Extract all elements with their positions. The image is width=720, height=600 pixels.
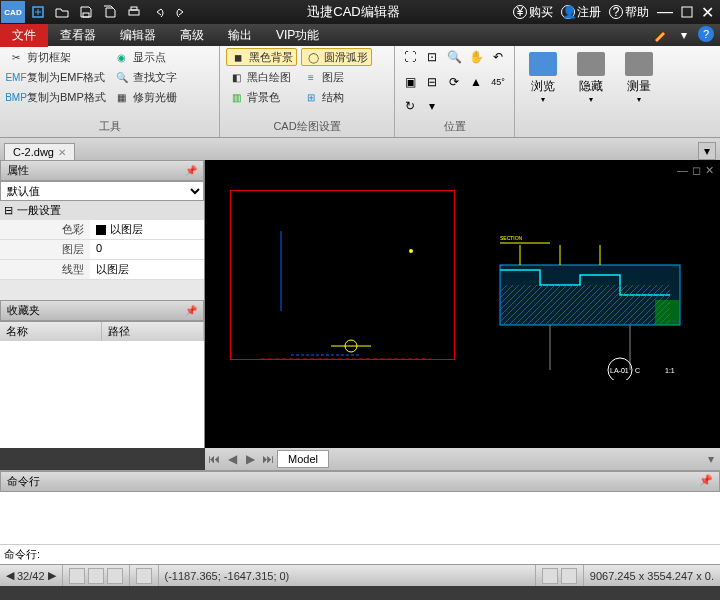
saveall-icon[interactable] bbox=[99, 1, 121, 23]
arc-icon: ◯ bbox=[305, 49, 321, 65]
fav-col-path[interactable]: 路径 bbox=[102, 322, 204, 341]
grid-icon[interactable] bbox=[88, 568, 104, 584]
zoom-fit-icon[interactable]: ▣ bbox=[401, 73, 419, 91]
fav-columns: 名称 路径 bbox=[0, 321, 204, 341]
drawing-canvas[interactable]: — ◻ ✕ SECTION bbox=[205, 160, 720, 448]
hide-button[interactable]: 隐藏▾ bbox=[569, 52, 613, 104]
svg-point-8 bbox=[409, 249, 413, 253]
cursor-coords: (-1187.365; -1647.315; 0) bbox=[165, 570, 290, 582]
tab-first-icon[interactable]: ⏮ bbox=[205, 452, 223, 466]
find-text-button[interactable]: 🔍查找文字 bbox=[112, 68, 179, 86]
redo-icon[interactable] bbox=[171, 1, 193, 23]
black-bg-button[interactable]: ◼黑色背景 bbox=[226, 48, 297, 66]
smooth-arc-button[interactable]: ◯圆滑弧形 bbox=[301, 48, 372, 66]
measure-button[interactable]: 测量▾ bbox=[617, 52, 661, 104]
tab-vip[interactable]: VIP功能 bbox=[264, 24, 331, 47]
canvas-close-icon[interactable]: ✕ bbox=[705, 164, 714, 177]
tab-output[interactable]: 输出 bbox=[216, 24, 264, 47]
fav-col-name[interactable]: 名称 bbox=[0, 322, 102, 341]
save-icon[interactable] bbox=[75, 1, 97, 23]
ortho-icon[interactable] bbox=[107, 568, 123, 584]
svg-rect-18 bbox=[655, 300, 680, 325]
structure-button[interactable]: ⊞结构 bbox=[301, 88, 372, 106]
prop-val-layer[interactable]: 0 bbox=[90, 240, 204, 259]
copy-bmp-button[interactable]: BMP复制为BMP格式 bbox=[6, 88, 108, 106]
prop-val-color[interactable]: 以图层 bbox=[90, 220, 204, 239]
show-point-button[interactable]: ◉显示点 bbox=[112, 48, 179, 66]
tab-next-icon[interactable]: ▶ bbox=[241, 452, 259, 466]
dropdown-icon[interactable]: ▾ bbox=[423, 97, 441, 115]
register-button[interactable]: 👤注册 bbox=[561, 4, 601, 21]
page-nav-prev[interactable]: ◀ bbox=[6, 569, 14, 582]
svg-rect-5 bbox=[131, 7, 137, 10]
print-icon[interactable] bbox=[123, 1, 145, 23]
emf-icon: EMF bbox=[8, 69, 24, 85]
search-icon: 🔍 bbox=[114, 69, 130, 85]
help-button[interactable]: ?帮助 bbox=[609, 4, 649, 21]
layer-button[interactable]: ≡图层 bbox=[301, 68, 372, 86]
copy-emf-button[interactable]: EMF复制为EMF格式 bbox=[6, 68, 108, 86]
bw-draw-button[interactable]: ◧黑白绘图 bbox=[226, 68, 297, 86]
prop-key-layer: 图层 bbox=[0, 240, 90, 259]
file-tab[interactable]: C-2.dwg✕ bbox=[4, 143, 75, 160]
status-icon-2[interactable] bbox=[561, 568, 577, 584]
view-top-icon[interactable]: ▲ bbox=[467, 73, 485, 91]
minimize-button[interactable]: — bbox=[657, 3, 673, 21]
close-tab-icon[interactable]: ✕ bbox=[58, 147, 66, 158]
canvas-max-icon[interactable]: ◻ bbox=[692, 164, 701, 177]
tab-viewer[interactable]: 查看器 bbox=[48, 24, 108, 47]
measure-icon bbox=[625, 52, 653, 76]
zoom-out-icon[interactable]: ⊟ bbox=[423, 73, 441, 91]
tab-file[interactable]: 文件 bbox=[0, 24, 48, 47]
status-icon-1[interactable] bbox=[542, 568, 558, 584]
crop-frame-button[interactable]: ✂剪切框架 bbox=[6, 48, 108, 66]
page-nav-next[interactable]: ▶ bbox=[48, 569, 56, 582]
angle-icon[interactable]: 45° bbox=[489, 73, 507, 91]
tabs-dropdown[interactable]: ▾ bbox=[698, 142, 716, 160]
hide-icon bbox=[577, 52, 605, 76]
pin-icon[interactable]: 📌 bbox=[699, 474, 713, 489]
pin-icon[interactable]: 📌 bbox=[185, 165, 197, 176]
zoom-in-icon[interactable]: 🔍 bbox=[445, 48, 463, 66]
fav-panel-header: 收藏夹📌 bbox=[0, 300, 204, 321]
trim-raster-button[interactable]: ▦修剪光栅 bbox=[112, 88, 179, 106]
fav-list bbox=[0, 341, 204, 448]
browse-button[interactable]: 浏览▾ bbox=[521, 52, 565, 104]
layer-icon: ≡ bbox=[303, 69, 319, 85]
props-combo[interactable]: 默认值 bbox=[0, 181, 204, 201]
close-button[interactable]: ✕ bbox=[701, 3, 714, 22]
cmd-input[interactable] bbox=[43, 549, 716, 561]
extents-coords: 9067.245 x 3554.247 x 0. bbox=[590, 570, 714, 582]
zoom-prev-icon[interactable]: ↶ bbox=[489, 48, 507, 66]
refresh-icon[interactable]: ↻ bbox=[401, 97, 419, 115]
osnap-icon[interactable] bbox=[136, 568, 152, 584]
zoom-extents-icon[interactable]: ⛶ bbox=[401, 48, 419, 66]
model-dropdown[interactable]: ▾ bbox=[702, 452, 720, 466]
zoom-window-icon[interactable]: ⊡ bbox=[423, 48, 441, 66]
ribbon: ✂剪切框架 EMF复制为EMF格式 BMP复制为BMP格式 ◉显示点 🔍查找文字… bbox=[0, 46, 720, 138]
help-icon[interactable]: ? bbox=[698, 26, 714, 42]
prop-val-linetype[interactable]: 以图层 bbox=[90, 260, 204, 279]
open-icon[interactable] bbox=[51, 1, 73, 23]
canvas-min-icon[interactable]: — bbox=[677, 164, 688, 177]
pin-icon[interactable]: 📌 bbox=[185, 305, 197, 316]
buy-button[interactable]: ¥购买 bbox=[513, 4, 553, 21]
new-icon[interactable] bbox=[27, 1, 49, 23]
collapse-icon[interactable]: ⊟ bbox=[4, 204, 13, 217]
prop-category[interactable]: ⊟一般设置 bbox=[0, 201, 204, 220]
snap-icon[interactable] bbox=[69, 568, 85, 584]
pen-icon[interactable] bbox=[650, 26, 670, 44]
maximize-button[interactable] bbox=[681, 6, 693, 18]
cmd-history[interactable] bbox=[0, 492, 720, 544]
tab-last-icon[interactable]: ⏭ bbox=[259, 452, 277, 466]
app-icon[interactable]: CAD bbox=[1, 1, 25, 23]
pan-icon[interactable]: ✋ bbox=[467, 48, 485, 66]
model-tab[interactable]: Model bbox=[277, 450, 329, 468]
tab-prev-icon[interactable]: ◀ bbox=[223, 452, 241, 466]
undo-icon[interactable] bbox=[147, 1, 169, 23]
dropdown-icon[interactable]: ▾ bbox=[674, 26, 694, 44]
rotate-icon[interactable]: ⟳ bbox=[445, 73, 463, 91]
tab-advanced[interactable]: 高级 bbox=[168, 24, 216, 47]
bg-color-button[interactable]: ▥背景色 bbox=[226, 88, 297, 106]
tab-editor[interactable]: 编辑器 bbox=[108, 24, 168, 47]
